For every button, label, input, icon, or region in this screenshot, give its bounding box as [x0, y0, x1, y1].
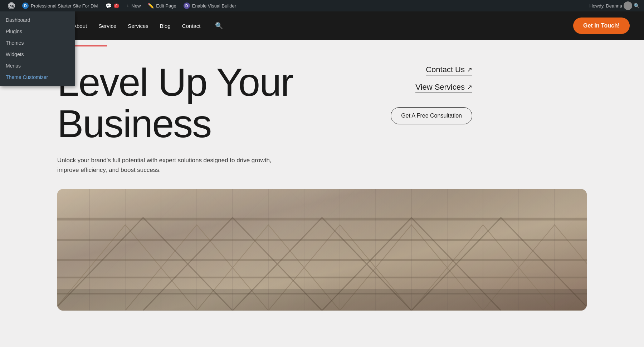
- hero-title: Level Up Your Business: [57, 61, 343, 144]
- view-services-label: View Services: [415, 83, 465, 92]
- dropdown-menu: Dashboard Plugins Themes Widgets Menus T…: [0, 11, 75, 86]
- visual-builder-label: Enable Visual Builder: [192, 3, 236, 9]
- building-image: [57, 189, 587, 311]
- new-item[interactable]: + New: [123, 0, 144, 11]
- svg-rect-10: [57, 239, 587, 241]
- nav-search-icon[interactable]: 🔍: [215, 22, 223, 30]
- view-services-link[interactable]: View Services ↗: [415, 83, 472, 93]
- svg-rect-28: [57, 289, 587, 311]
- admin-bar-right: Howdy, Deanna 🔍: [589, 1, 640, 10]
- nav-service[interactable]: Service: [98, 23, 116, 29]
- wp-admin-bar: D Professional Starter Site For Divi 💬 0…: [0, 0, 644, 11]
- howdy-text: Howdy, Deanna: [589, 3, 622, 9]
- site-name-item[interactable]: D Professional Starter Site For Divi: [19, 0, 102, 11]
- svg-rect-11: [57, 259, 587, 261]
- svg-rect-12: [57, 277, 587, 278]
- view-services-arrow-icon: ↗: [467, 83, 472, 91]
- contact-us-label: Contact Us: [426, 65, 465, 74]
- site-header: D Home About Service Services Blog Conta…: [0, 11, 644, 40]
- hero-title-line1: Level Up Your: [57, 60, 293, 104]
- divi-icon: D: [22, 3, 29, 9]
- hero-title-line2: Business: [57, 101, 211, 145]
- edit-page-item[interactable]: ✏️ Edit Page: [144, 0, 180, 11]
- contact-us-arrow-icon: ↗: [467, 66, 472, 74]
- dropdown-widgets[interactable]: Widgets: [0, 49, 75, 60]
- nav-cta-button[interactable]: Get In Touch!: [573, 18, 630, 34]
- avatar[interactable]: [624, 1, 632, 10]
- visual-builder-item[interactable]: D Enable Visual Builder: [180, 0, 240, 11]
- dropdown-dashboard[interactable]: Dashboard: [0, 14, 75, 26]
- admin-search-icon[interactable]: 🔍: [634, 3, 640, 9]
- building-image-container: [57, 189, 587, 311]
- consultation-button[interactable]: Get A Free Consultation: [391, 107, 472, 124]
- comments-item[interactable]: 💬 0: [102, 0, 123, 11]
- edit-page-label: Edit Page: [156, 3, 176, 9]
- comments-badge: 0: [114, 4, 119, 8]
- contact-us-link[interactable]: Contact Us ↗: [426, 65, 472, 75]
- hero-subtitle: Unlock your brand's full potential with …: [57, 155, 286, 175]
- hero-left: Level Up Your Business Unlock your brand…: [57, 61, 343, 175]
- dropdown-plugins[interactable]: Plugins: [0, 26, 75, 37]
- site-nav: Home About Service Services Blog Contact…: [47, 22, 573, 30]
- nav-blog[interactable]: Blog: [160, 23, 171, 29]
- wp-logo-item[interactable]: [4, 0, 19, 11]
- hero-section: Level Up Your Business Unlock your brand…: [0, 40, 644, 189]
- nav-services[interactable]: Services: [128, 23, 148, 29]
- dropdown-menus[interactable]: Menus: [0, 60, 75, 71]
- wp-logo-icon: [8, 2, 15, 9]
- new-label: New: [131, 3, 141, 9]
- site-title: Professional Starter Site For Divi: [31, 3, 98, 9]
- main-content: Level Up Your Business Unlock your brand…: [0, 40, 644, 311]
- divi-builder-icon: D: [184, 3, 190, 9]
- nav-contact[interactable]: Contact: [182, 23, 201, 29]
- hero-right: Contact Us ↗ View Services ↗ Get A Free …: [343, 61, 472, 175]
- dropdown-themes[interactable]: Themes: [0, 37, 75, 49]
- dropdown-theme-customizer[interactable]: Theme Customizer: [0, 71, 75, 83]
